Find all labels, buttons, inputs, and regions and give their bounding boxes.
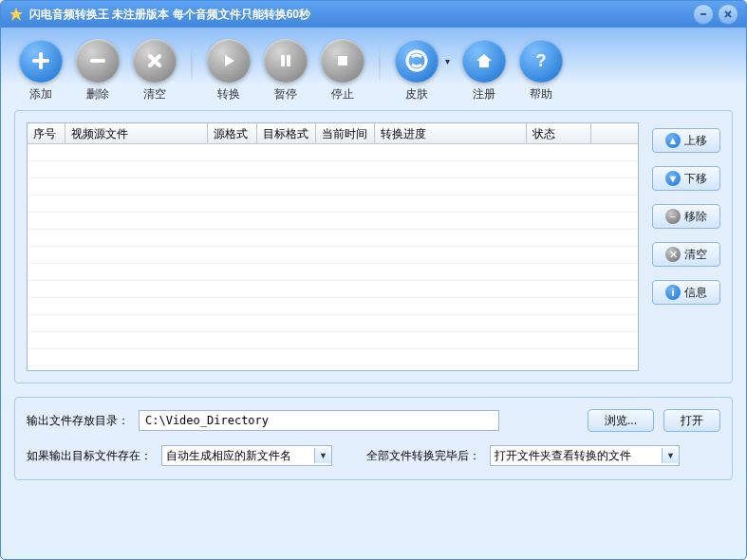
- bottom-panel: 输出文件存放目录： 浏览... 打开 如果输出目标文件存在： 自动生成相应的新文…: [14, 397, 733, 480]
- pause-button[interactable]: 暂停: [259, 39, 312, 103]
- arrow-down-icon: ▼: [665, 171, 681, 186]
- col-dst-format[interactable]: 目标格式: [257, 123, 316, 143]
- window-controls: [693, 4, 738, 25]
- x-icon: [133, 39, 177, 83]
- move-down-button[interactable]: ▼下移: [652, 166, 720, 191]
- app-window: 闪电音频转换王 未注册版本 每个音频文件只能转换60秒 添加 删除 清空 转换 …: [0, 0, 747, 560]
- titlebar: 闪电音频转换王 未注册版本 每个音频文件只能转换60秒: [1, 1, 746, 28]
- home-icon: [462, 39, 506, 83]
- minus-icon: −: [665, 209, 681, 224]
- help-button[interactable]: ? 帮助: [514, 39, 568, 103]
- col-index[interactable]: 序号: [28, 123, 65, 143]
- minus-icon: [76, 39, 120, 83]
- plus-icon: [19, 39, 63, 83]
- separator: [379, 39, 381, 84]
- main-panel: 序号 视频源文件 源格式 目标格式 当前时间 转换进度 状态 ▲上移 ▼下移 −…: [14, 110, 733, 383]
- col-time[interactable]: 当前时间: [316, 123, 375, 143]
- toolbar: 添加 删除 清空 转换 暂停 停止 皮肤 ▾ 注册: [1, 28, 746, 110]
- window-title: 闪电音频转换王 未注册版本 每个音频文件只能转换60秒: [29, 7, 693, 23]
- clear-side-button[interactable]: ✕清空: [652, 242, 720, 267]
- svg-rect-11: [287, 55, 290, 66]
- col-src-format[interactable]: 源格式: [208, 123, 257, 143]
- col-source[interactable]: 视频源文件: [65, 123, 208, 143]
- x-icon: ✕: [665, 247, 681, 262]
- svg-marker-9: [225, 55, 234, 66]
- file-table[interactable]: 序号 视频源文件 源格式 目标格式 当前时间 转换进度 状态: [27, 122, 639, 371]
- info-icon: i: [665, 285, 681, 300]
- play-icon: [207, 39, 251, 83]
- stop-button[interactable]: 停止: [316, 39, 369, 103]
- skin-dropdown-arrow[interactable]: ▾: [445, 56, 450, 66]
- content-area: 序号 视频源文件 源格式 目标格式 当前时间 转换进度 状态 ▲上移 ▼下移 −…: [1, 110, 746, 480]
- question-icon: ?: [519, 39, 563, 83]
- side-buttons: ▲上移 ▼下移 −移除 ✕清空 i信息: [652, 122, 720, 371]
- output-dir-row: 输出文件存放目录： 浏览... 打开: [27, 409, 720, 432]
- if-exists-select[interactable]: 自动生成相应的新文件名 ▼: [161, 445, 332, 466]
- col-status[interactable]: 状态: [527, 123, 591, 143]
- chevron-down-icon: ▼: [314, 448, 331, 463]
- remove-button[interactable]: −移除: [652, 204, 720, 229]
- table-header: 序号 视频源文件 源格式 目标格式 当前时间 转换进度 状态: [28, 123, 638, 144]
- open-button[interactable]: 打开: [663, 409, 720, 432]
- add-button[interactable]: 添加: [14, 39, 67, 103]
- svg-rect-12: [338, 56, 347, 65]
- col-progress[interactable]: 转换进度: [375, 123, 527, 143]
- output-dir-label: 输出文件存放目录：: [27, 413, 129, 429]
- svg-rect-10: [281, 55, 285, 66]
- svg-marker-0: [9, 8, 23, 21]
- col-spacer: [591, 123, 638, 143]
- delete-button[interactable]: 删除: [71, 39, 124, 103]
- options-row: 如果输出目标文件存在： 自动生成相应的新文件名 ▼ 全部文件转换完毕后： 打开文…: [27, 445, 720, 466]
- move-up-button[interactable]: ▲上移: [652, 128, 720, 153]
- after-all-select[interactable]: 打开文件夹查看转换的文件 ▼: [490, 445, 680, 466]
- browse-button[interactable]: 浏览...: [588, 409, 654, 432]
- svg-text:?: ?: [536, 51, 547, 70]
- convert-button[interactable]: 转换: [202, 39, 255, 103]
- chevron-down-icon: ▼: [662, 448, 679, 463]
- info-button[interactable]: i信息: [652, 280, 720, 305]
- skin-icon: [395, 39, 439, 83]
- close-button[interactable]: [718, 4, 738, 25]
- clear-button[interactable]: 清空: [128, 39, 181, 103]
- output-dir-input[interactable]: [139, 410, 499, 431]
- after-all-label: 全部文件转换完毕后：: [366, 448, 480, 464]
- table-body: [28, 144, 638, 371]
- pause-icon: [264, 39, 308, 83]
- minimize-button[interactable]: [693, 4, 714, 25]
- separator: [191, 39, 193, 84]
- register-button[interactable]: 注册: [458, 39, 511, 103]
- arrow-up-icon: ▲: [665, 133, 681, 148]
- stop-icon: [321, 39, 364, 83]
- if-exists-label: 如果输出目标文件存在：: [27, 448, 152, 464]
- skin-button[interactable]: 皮肤: [390, 39, 443, 103]
- app-icon: [9, 7, 24, 22]
